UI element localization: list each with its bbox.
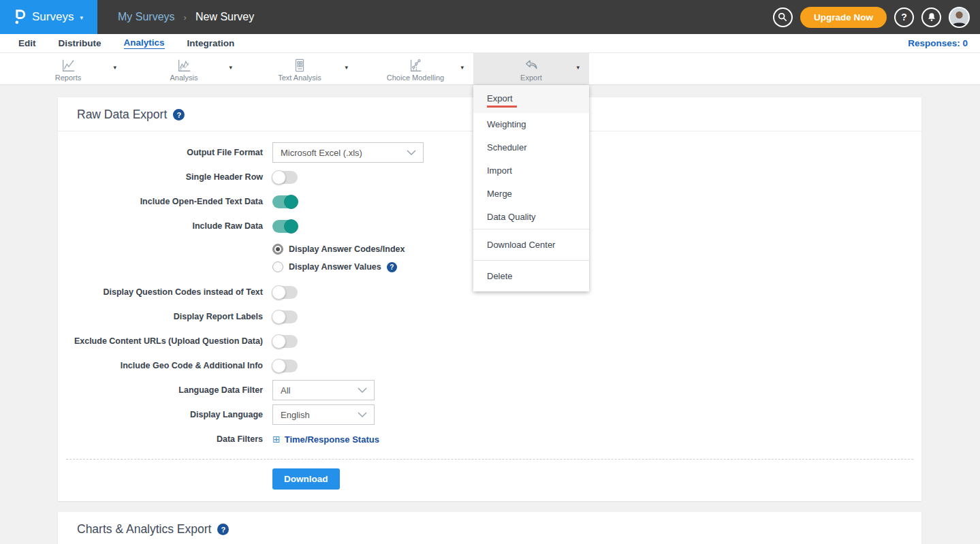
toggle-knob bbox=[272, 170, 286, 185]
export-dropdown-menu: Export Weighting Scheduler Import Merge … bbox=[473, 85, 589, 291]
language-filter-select[interactable]: All bbox=[272, 380, 375, 400]
field-label: Display Language bbox=[58, 410, 263, 419]
link-label: Time/Response Status bbox=[285, 434, 379, 445]
form-row-data-filters: Data Filters ⊞ Time/Response Status bbox=[58, 427, 921, 451]
menu-item-merge[interactable]: Merge bbox=[473, 182, 589, 206]
tab-edit[interactable]: Edit bbox=[18, 38, 36, 49]
radio-option-codes-index[interactable]: Display Answer Codes/Index bbox=[272, 240, 921, 258]
field-label: Include Open-Ended Text Data bbox=[58, 197, 263, 206]
form-row-display-language: Display Language English bbox=[58, 402, 921, 427]
toolbar-item-text-analysis[interactable]: Text Analysis ▾ bbox=[242, 53, 358, 84]
tab-analytics[interactable]: Analytics bbox=[124, 37, 165, 49]
field-label: Data Filters bbox=[58, 434, 263, 444]
plus-box-icon: ⊞ bbox=[272, 434, 281, 445]
help-icon[interactable]: ? bbox=[217, 524, 229, 535]
questionpro-logo-icon bbox=[14, 8, 26, 26]
radio-label: Display Answer Codes/Index bbox=[289, 244, 405, 254]
single-header-toggle[interactable] bbox=[272, 171, 298, 184]
geo-code-toggle[interactable] bbox=[272, 359, 298, 372]
toolbar-item-analysis[interactable]: Analysis ▾ bbox=[126, 53, 242, 84]
product-switcher[interactable]: Surveys ▾ bbox=[0, 0, 97, 34]
radio-option-answer-values[interactable]: Display Answer Values ? bbox=[272, 258, 921, 276]
radio-unselected-icon[interactable] bbox=[272, 261, 283, 272]
help-icon[interactable]: ? bbox=[173, 109, 185, 121]
field-label: Include Raw Data bbox=[58, 221, 263, 231]
bell-icon bbox=[927, 12, 936, 22]
raw-data-toggle[interactable] bbox=[272, 220, 298, 233]
field-label: Single Header Row bbox=[58, 172, 263, 182]
help-button[interactable]: ? bbox=[894, 7, 914, 27]
field-label: Output File Format bbox=[58, 148, 263, 157]
toggle-knob bbox=[272, 285, 286, 300]
caret-down-icon: ▾ bbox=[80, 14, 83, 21]
field-label: Language Data Filter bbox=[58, 385, 263, 395]
exclude-urls-toggle[interactable] bbox=[272, 335, 298, 348]
chevron-down-icon bbox=[407, 150, 416, 155]
field-label: Include Geo Code & Additional Info bbox=[58, 361, 263, 370]
field-label: Display Report Labels bbox=[58, 312, 263, 321]
menu-item-data-quality[interactable]: Data Quality bbox=[473, 206, 589, 229]
toolbar-label: Text Analysis bbox=[278, 74, 321, 82]
search-icon bbox=[778, 12, 787, 22]
responses-count: Responses: 0 bbox=[908, 38, 968, 48]
breadcrumb-current: New Survey bbox=[195, 11, 254, 23]
download-button[interactable]: Download bbox=[272, 468, 340, 490]
select-value: English bbox=[281, 410, 310, 420]
radio-selected-icon[interactable] bbox=[272, 244, 283, 255]
time-response-status-link[interactable]: ⊞ Time/Response Status bbox=[272, 434, 379, 445]
menu-item-label: Export bbox=[487, 93, 517, 108]
menu-item-scheduler[interactable]: Scheduler bbox=[473, 136, 589, 159]
question-mark-icon: ? bbox=[901, 12, 907, 22]
user-avatar[interactable] bbox=[949, 7, 970, 28]
question-codes-toggle[interactable] bbox=[272, 286, 298, 299]
chevron-down-icon bbox=[358, 412, 367, 417]
toolbar-item-choice-modelling[interactable]: Choice Modelling ▾ bbox=[358, 53, 473, 84]
section-title: Charts & Analytics Export bbox=[77, 522, 211, 537]
toggle-knob bbox=[284, 219, 298, 234]
caret-down-icon[interactable]: ▾ bbox=[345, 64, 348, 71]
field-label: Exclude Content URLs (Upload Question Da… bbox=[58, 336, 263, 346]
toolbar-label: Choice Modelling bbox=[387, 74, 444, 82]
download-row: Download bbox=[58, 460, 921, 501]
card-header: Charts & Analytics Export ? bbox=[58, 512, 921, 544]
form-row-language-filter: Language Data Filter All bbox=[58, 378, 921, 402]
menu-item-import[interactable]: Import bbox=[473, 159, 589, 182]
output-format-select[interactable]: Microsoft Excel (.xls) bbox=[272, 142, 424, 163]
display-language-select[interactable]: English bbox=[272, 404, 375, 425]
open-ended-toggle[interactable] bbox=[272, 195, 298, 208]
caret-down-icon[interactable]: ▾ bbox=[113, 64, 116, 71]
tab-integration[interactable]: Integration bbox=[187, 38, 235, 49]
select-value: All bbox=[281, 385, 290, 396]
menu-item-download-center[interactable]: Download Center bbox=[473, 229, 589, 260]
toolbar-item-export[interactable]: Export ▾ bbox=[473, 53, 589, 84]
breadcrumb: My Surveys › New Survey bbox=[118, 0, 254, 34]
report-labels-toggle[interactable] bbox=[272, 310, 298, 323]
choice-modelling-icon bbox=[407, 57, 424, 73]
caret-down-icon[interactable]: ▾ bbox=[460, 64, 464, 71]
toggle-knob bbox=[284, 195, 298, 209]
caret-down-icon[interactable]: ▾ bbox=[229, 64, 232, 71]
tab-distribute[interactable]: Distribute bbox=[59, 38, 101, 49]
menu-item-export[interactable]: Export bbox=[473, 85, 589, 113]
breadcrumb-my-surveys[interactable]: My Surveys bbox=[118, 11, 175, 23]
reports-chart-icon bbox=[60, 57, 76, 73]
product-label: Surveys bbox=[32, 10, 74, 24]
menu-item-weighting[interactable]: Weighting bbox=[473, 113, 589, 136]
toolbar-item-reports[interactable]: Reports ▾ bbox=[10, 53, 126, 84]
menu-item-delete[interactable]: Delete bbox=[473, 261, 589, 291]
caret-down-icon[interactable]: ▾ bbox=[576, 64, 580, 71]
survey-subnav: Edit Distribute Analytics Integration Re… bbox=[0, 34, 980, 53]
toggle-knob bbox=[272, 334, 286, 349]
text-analysis-icon bbox=[292, 57, 307, 73]
field-label: Display Question Codes instead of Text bbox=[58, 287, 263, 297]
toolbar-label: Reports bbox=[55, 74, 82, 82]
help-icon[interactable]: ? bbox=[387, 262, 397, 272]
charts-analytics-export-card: Charts & Analytics Export ? bbox=[58, 512, 921, 544]
search-button[interactable] bbox=[773, 7, 793, 27]
export-arrow-icon bbox=[523, 57, 539, 73]
notifications-button[interactable] bbox=[921, 7, 941, 27]
radio-label: Display Answer Values bbox=[289, 262, 381, 272]
upgrade-now-button[interactable]: Upgrade Now bbox=[800, 7, 887, 28]
toggle-knob bbox=[272, 359, 286, 373]
form-row-report-labels: Display Report Labels bbox=[58, 304, 921, 329]
